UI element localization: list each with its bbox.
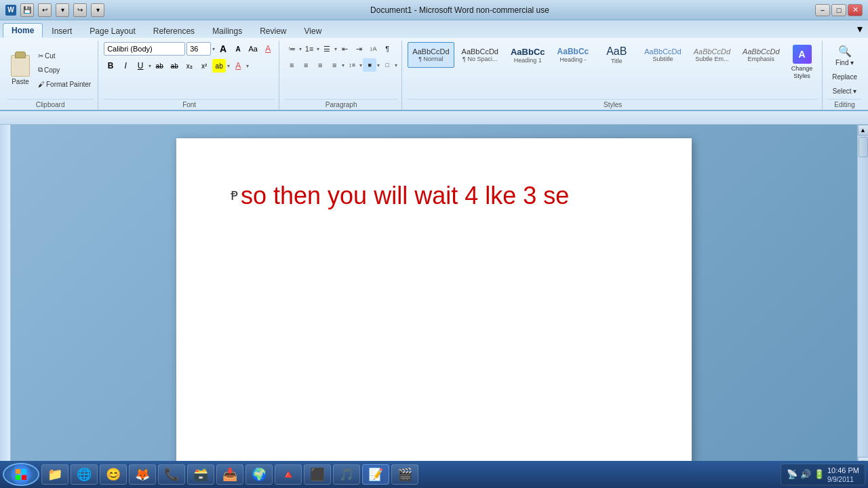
style-normal[interactable]: AaBbCcDd ¶ Normal	[408, 42, 454, 68]
double-strikethrough-button[interactable]: ab	[167, 59, 181, 73]
borders-button[interactable]: □	[380, 58, 394, 72]
font-size-arrow[interactable]: ▾	[212, 46, 215, 52]
align-right-button[interactable]: ≡	[313, 58, 327, 72]
change-case-button[interactable]: Aa	[246, 42, 260, 56]
quick-undo-btn[interactable]: ↩	[38, 3, 52, 17]
style-heading2[interactable]: AaBbCc Heading -	[553, 42, 594, 68]
tab-review[interactable]: Review	[251, 23, 295, 38]
tab-view[interactable]: View	[296, 23, 331, 38]
maximize-button[interactable]: □	[831, 4, 846, 16]
justify-arrow[interactable]: ▾	[342, 62, 344, 68]
sort-button[interactable]: ↕A	[366, 42, 380, 56]
shading-arrow[interactable]: ▾	[377, 62, 380, 68]
taskbar-app7[interactable]: 📥	[216, 464, 243, 485]
subscript-button[interactable]: x₂	[182, 59, 196, 73]
copy-button[interactable]: ⧉ Copy	[35, 63, 94, 77]
taskbar-word[interactable]: 📝	[362, 464, 389, 485]
taskbar-app9[interactable]: 🔺	[275, 464, 302, 485]
italic-button[interactable]: I	[119, 59, 132, 73]
shading-button[interactable]: ■	[363, 58, 376, 72]
scroll-up-arrow[interactable]: ▲	[858, 125, 869, 136]
numbering-arrow[interactable]: ▾	[317, 46, 319, 52]
highlight-arrow[interactable]: ▾	[227, 63, 230, 69]
tray-battery-icon[interactable]: 🔋	[814, 469, 825, 479]
start-button[interactable]	[3, 463, 39, 486]
shrink-font-button[interactable]: A	[231, 42, 245, 56]
align-left-button[interactable]: ≡	[285, 58, 298, 72]
tray-volume-icon[interactable]: 🔊	[800, 469, 811, 479]
tray-clock[interactable]: 10:46 PM 9/9/2011	[827, 466, 859, 483]
grow-font-button[interactable]: A	[216, 42, 230, 56]
tray-network-icon[interactable]: 📡	[787, 469, 797, 479]
vertical-scrollbar[interactable]: ▲ ▼	[857, 125, 868, 468]
quick-redo-btn[interactable]: ↪	[73, 3, 87, 17]
multilevel-button[interactable]: ☰	[320, 42, 334, 56]
style-no-spacing[interactable]: AaBbCcDd ¶ No Spaci...	[457, 42, 503, 68]
taskbar-app13[interactable]: 🎬	[391, 464, 418, 485]
font-color-arrow[interactable]: ▾	[246, 63, 249, 69]
format-painter-label: Format Painter	[46, 81, 91, 88]
align-center-button[interactable]: ≡	[299, 58, 313, 72]
replace-button[interactable]: Replace	[828, 70, 861, 83]
justify-button[interactable]: ≡	[328, 58, 341, 72]
multilevel-arrow[interactable]: ▾	[334, 46, 337, 52]
style-emphasis[interactable]: AaBbCcDd Emphasis	[738, 42, 784, 68]
ribbon-expand-btn[interactable]: ▾	[854, 20, 865, 38]
taskbar-app3[interactable]: 😊	[100, 464, 127, 485]
taskbar-app6[interactable]: 🗃️	[187, 464, 214, 485]
font-name-input[interactable]	[104, 42, 185, 56]
style-heading1[interactable]: AaBbCc Heading 1	[506, 42, 550, 68]
underline-arrow[interactable]: ▾	[149, 63, 151, 69]
bold-button[interactable]: B	[104, 59, 117, 73]
increase-indent-button[interactable]: ⇥	[352, 42, 366, 56]
strikethrough-button[interactable]: ab	[153, 59, 166, 73]
tab-insert[interactable]: Insert	[43, 23, 81, 38]
document-text[interactable]: so then you will wait 4 lke 3 se	[241, 179, 569, 213]
quick-undo-dropdown[interactable]: ▾	[56, 3, 69, 17]
bullets-button[interactable]: ≔	[285, 42, 298, 56]
highlight-button[interactable]: ab	[212, 59, 226, 73]
style-subtitle[interactable]: AaBbCcDd Subtitle	[639, 42, 686, 68]
numbering-button[interactable]: 1≡	[302, 42, 316, 56]
style-title[interactable]: AaB Title	[596, 42, 637, 68]
change-styles-button[interactable]: A ChangeStyles	[787, 42, 817, 83]
borders-arrow[interactable]: ▾	[395, 62, 397, 68]
taskbar-explorer[interactable]: 📁	[41, 464, 68, 485]
document-page[interactable]: Ᵽ so then you will wait 4 lke 3 se	[176, 138, 692, 468]
ribbon-content: Paste ✂ Cut ⧉ Copy 🖌 Format Painter	[0, 38, 868, 110]
style-subtle-em[interactable]: AaBbCcDd Subtle Em...	[689, 42, 735, 68]
tab-references[interactable]: References	[144, 23, 203, 38]
superscript-button[interactable]: x²	[197, 59, 211, 73]
line-spacing-arrow[interactable]: ▾	[359, 62, 362, 68]
taskbar-app11[interactable]: 🎵	[333, 464, 360, 485]
select-label: Select ▾	[833, 87, 857, 95]
close-button[interactable]: ✕	[848, 4, 863, 16]
decrease-indent-button[interactable]: ⇤	[338, 42, 351, 56]
show-para-button[interactable]: ¶	[380, 42, 394, 56]
tab-mailings[interactable]: Mailings	[203, 23, 251, 38]
document-scroll-area[interactable]: Ᵽ so then you will wait 4 lke 3 se	[11, 125, 857, 468]
taskbar-firefox[interactable]: 🦊	[129, 464, 156, 485]
underline-button[interactable]: U	[134, 59, 147, 73]
style-subtle-em-preview: AaBbCcDd	[694, 47, 730, 56]
select-button[interactable]: Select ▾	[829, 85, 861, 98]
quick-save-btn[interactable]: 💾	[20, 3, 34, 17]
scroll-thumb[interactable]	[859, 137, 868, 157]
paste-button[interactable]: Paste	[7, 52, 34, 88]
tab-home[interactable]: Home	[3, 23, 43, 38]
quick-customize-btn[interactable]: ▾	[91, 3, 104, 17]
bullets-arrow[interactable]: ▾	[299, 46, 302, 52]
minimize-button[interactable]: −	[815, 4, 830, 16]
taskbar-skype[interactable]: 📞	[158, 464, 185, 485]
tab-page-layout[interactable]: Page Layout	[81, 23, 144, 38]
clear-format-button[interactable]: A	[261, 42, 275, 56]
font-size-input[interactable]	[186, 42, 211, 56]
cut-button[interactable]: ✂ Cut	[35, 49, 94, 62]
taskbar-chrome[interactable]: 🌍	[245, 464, 273, 485]
taskbar-ie[interactable]: 🌐	[71, 464, 98, 485]
line-spacing-button[interactable]: ↕≡	[345, 58, 359, 72]
format-painter-button[interactable]: 🖌 Format Painter	[35, 77, 94, 91]
font-color-button[interactable]: A	[231, 59, 245, 73]
taskbar-app10[interactable]: ⬛	[304, 464, 331, 485]
find-button[interactable]: 🔍 Find ▾	[831, 42, 858, 69]
